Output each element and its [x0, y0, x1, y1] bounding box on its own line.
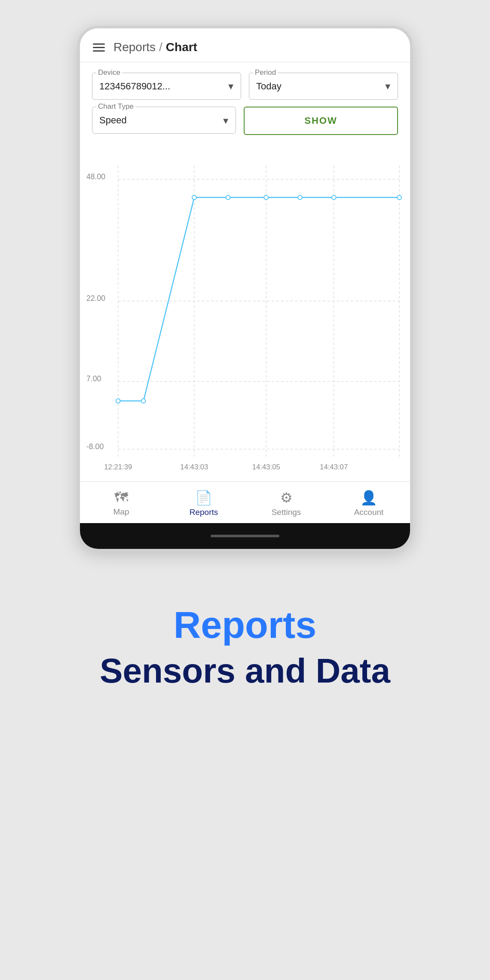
breadcrumb: Reports / Chart — [113, 40, 197, 54]
bottom-reports-title: Reports — [174, 603, 317, 647]
bottom-nav: 🗺 Map 📄 Reports ⚙ Settings 👤 Account — [80, 481, 410, 523]
data-point-5 — [264, 195, 268, 199]
show-button[interactable]: SHOW — [244, 107, 398, 135]
nav-label-settings: Settings — [272, 508, 301, 517]
controls-area: Device 123456789012... ▼ Period Today ▼ … — [80, 62, 410, 146]
settings-icon: ⚙ — [280, 490, 293, 506]
top-controls-row: Device 123456789012... ▼ Period Today ▼ — [92, 73, 398, 100]
nav-item-map[interactable]: 🗺 Map — [80, 488, 162, 519]
data-point-3 — [192, 195, 196, 199]
account-icon: 👤 — [360, 490, 377, 506]
data-point-2 — [141, 399, 146, 403]
data-point-8 — [397, 195, 401, 199]
period-label: Period — [253, 68, 278, 77]
y-label-neg8: -8.00 — [86, 442, 104, 451]
x-label-4: 14:43:07 — [320, 463, 348, 471]
x-label-1: 12:21:39 — [104, 463, 132, 471]
breadcrumb-chart: Chart — [166, 40, 197, 54]
chart-line — [118, 197, 400, 401]
nav-label-reports: Reports — [190, 508, 218, 517]
chart-svg: 48.00 22.00 7.00 -8.00 12:21:39 14:43:03… — [84, 150, 406, 477]
phone-shell: Reports / Chart Device 123456789012... ▼… — [77, 26, 413, 551]
menu-icon[interactable] — [93, 43, 105, 52]
data-point-6 — [298, 195, 302, 199]
data-point-4 — [226, 195, 230, 199]
x-label-3: 14:43:05 — [252, 463, 280, 471]
nav-label-account: Account — [354, 508, 384, 517]
y-label-22: 22.00 — [86, 294, 105, 303]
y-label-48: 48.00 — [86, 172, 105, 181]
chart-container: 48.00 22.00 7.00 -8.00 12:21:39 14:43:03… — [80, 146, 410, 481]
data-point-1 — [116, 399, 120, 403]
y-label-7: 7.00 — [86, 374, 101, 383]
nav-item-account[interactable]: 👤 Account — [328, 488, 410, 519]
nav-label-map: Map — [113, 507, 129, 517]
data-point-7 — [332, 195, 336, 199]
nav-item-reports[interactable]: 📄 Reports — [162, 488, 245, 519]
chart-type-label: Chart Type — [96, 102, 135, 111]
device-field: Device 123456789012... ▼ — [92, 73, 241, 100]
device-label: Device — [96, 68, 122, 77]
breadcrumb-reports: Reports — [113, 40, 156, 54]
breadcrumb-separator: / — [159, 40, 162, 54]
reports-icon: 📄 — [195, 490, 212, 506]
period-field: Period Today ▼ — [249, 73, 398, 100]
nav-item-settings[interactable]: ⚙ Settings — [245, 488, 328, 519]
app-header: Reports / Chart — [80, 28, 410, 62]
bottom-controls-row: Chart Type Speed ▼ SHOW — [92, 107, 398, 135]
map-icon: 🗺 — [114, 490, 128, 505]
home-indicator — [211, 535, 279, 537]
chart-type-field: Chart Type Speed ▼ — [92, 107, 236, 135]
bottom-subtitle: Sensors and Data — [100, 651, 390, 691]
bottom-text-section: Reports Sensors and Data — [0, 551, 490, 725]
phone-bottom-bar — [80, 523, 410, 549]
x-label-2: 14:43:03 — [180, 463, 208, 471]
